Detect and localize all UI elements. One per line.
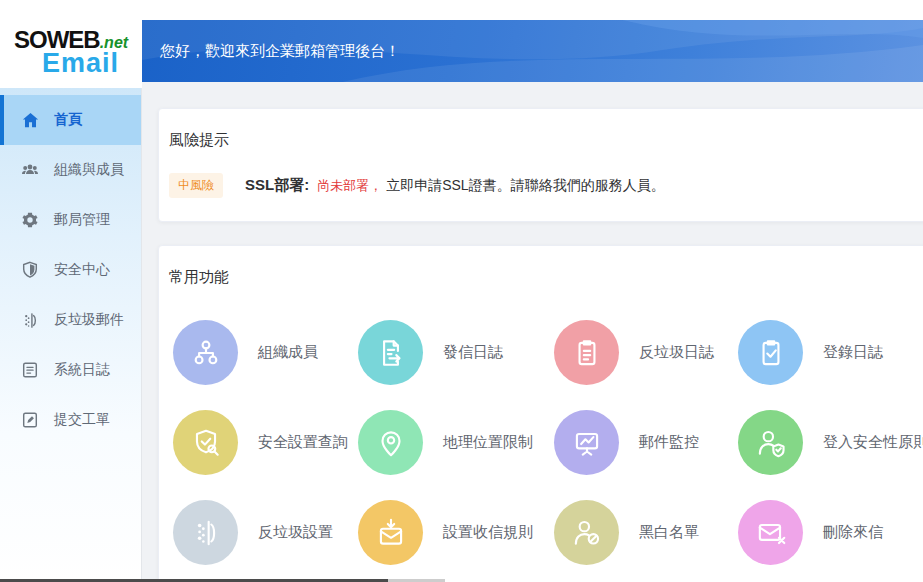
main-content: 風險提示 中風險 SSL部署: 尚未部署， 立即申請SSL證書。請聯絡我們的服務…: [142, 82, 923, 582]
sidebar-item-security-center[interactable]: 安全中心: [0, 245, 141, 295]
header-greeting: 您好，歡迎來到企業郵箱管理後台！: [160, 20, 400, 82]
function-label: 地理位置限制: [443, 433, 533, 452]
sidebar-item-label: 系統日誌: [54, 361, 110, 379]
function-login-log[interactable]: 登錄日誌: [738, 320, 923, 385]
function-label: 設置收信規則: [443, 523, 533, 542]
sidebar-item-antispam[interactable]: 反垃圾郵件: [0, 295, 141, 345]
mail-monitor-icon: [554, 410, 619, 475]
ticket-icon: [20, 410, 40, 430]
sidebar-item-label: 提交工單: [54, 411, 110, 429]
login-policy-icon: [738, 410, 803, 475]
sidebar-nav: 首頁 組織與成員 郵局管理 安全中心 反垃圾郵件 系統日誌 提交工單: [0, 88, 142, 582]
antispam-set-icon: [173, 500, 238, 565]
function-label: 登錄日誌: [823, 343, 883, 362]
risk-card-title: 風險提示: [159, 109, 923, 150]
org-chart-icon: [173, 320, 238, 385]
sidebar-item-label: 組織與成員: [54, 161, 124, 179]
function-label: 反垃圾設置: [258, 523, 333, 542]
risk-description: 立即申請SSL證書。請聯絡我們的服務人員。: [386, 177, 664, 195]
risk-status-text: 尚未部署，: [317, 177, 382, 195]
sidebar-item-org-members[interactable]: 組織與成員: [0, 145, 141, 195]
risk-level-badge: 中風險: [169, 173, 223, 198]
send-log-icon: [358, 320, 423, 385]
function-antispam-settings[interactable]: 反垃圾設置: [173, 500, 358, 565]
receive-rule-icon: [358, 500, 423, 565]
function-mail-monitor[interactable]: 郵件監控: [554, 410, 738, 475]
antispam-icon: [20, 310, 40, 330]
login-log-icon: [738, 320, 803, 385]
users-icon: [20, 160, 40, 180]
function-security-query[interactable]: 安全設置查詢: [173, 410, 358, 475]
function-login-policy[interactable]: 登入安全性原則: [738, 410, 923, 475]
sidebar-item-label: 郵局管理: [54, 211, 110, 229]
function-label: 刪除來信: [823, 523, 883, 542]
logo-product: Email: [42, 48, 119, 79]
function-delete-incoming[interactable]: 刪除來信: [738, 500, 923, 565]
sidebar-item-label: 安全中心: [54, 261, 110, 279]
function-org-members[interactable]: 組織成員: [173, 320, 358, 385]
antispam-log-icon: [554, 320, 619, 385]
risk-item-label: SSL部署:: [245, 176, 309, 195]
sidebar-item-label: 首頁: [54, 111, 82, 129]
geo-limit-icon: [358, 410, 423, 475]
function-send-log[interactable]: 發信日誌: [358, 320, 554, 385]
function-label: 發信日誌: [443, 343, 503, 362]
sidebar-item-submit-ticket[interactable]: 提交工單: [0, 395, 141, 445]
function-label: 登入安全性原則: [823, 433, 923, 452]
home-icon: [20, 110, 40, 130]
security-query-icon: [173, 410, 238, 475]
header-banner: 您好，歡迎來到企業郵箱管理後台！: [142, 20, 923, 82]
delete-mail-icon: [738, 500, 803, 565]
function-label: 反垃圾日誌: [639, 343, 714, 362]
functions-card-title: 常用功能: [159, 246, 923, 287]
function-antispam-log[interactable]: 反垃圾日誌: [554, 320, 738, 385]
function-label: 安全設置查詢: [258, 433, 348, 452]
blacklist-icon: [554, 500, 619, 565]
function-label: 組織成員: [258, 343, 318, 362]
risk-row: 中風險 SSL部署: 尚未部署， 立即申請SSL證書。請聯絡我們的服務人員。: [169, 173, 923, 198]
email-admin-console: SOWEB.net Email 您好，歡迎來到企業郵箱管理後台！ 首頁 組織與成…: [0, 0, 923, 582]
sidebar-item-label: 反垃圾郵件: [54, 311, 124, 329]
shield-icon: [20, 260, 40, 280]
top-strip: [142, 0, 923, 20]
sidebar-item-postoffice-mgmt[interactable]: 郵局管理: [0, 195, 141, 245]
gear-icon: [20, 210, 40, 230]
common-functions-card: 常用功能 組織成員 發信日誌 反垃圾日誌 登錄日誌: [158, 245, 923, 582]
function-label: 黑白名單: [639, 523, 699, 542]
function-geo-limit[interactable]: 地理位置限制: [358, 410, 554, 475]
sidebar-item-home[interactable]: 首頁: [0, 95, 141, 145]
logo: SOWEB.net Email: [0, 0, 142, 88]
function-label: 郵件監控: [639, 433, 699, 452]
function-blacklist-whitelist[interactable]: 黑白名單: [554, 500, 738, 565]
log-icon: [20, 360, 40, 380]
function-receive-rules[interactable]: 設置收信規則: [358, 500, 554, 565]
functions-grid: 組織成員 發信日誌 反垃圾日誌 登錄日誌 安全設置查詢: [159, 320, 923, 565]
risk-alert-card: 風險提示 中風險 SSL部署: 尚未部署， 立即申請SSL證書。請聯絡我們的服務…: [158, 108, 923, 222]
sidebar-item-system-log[interactable]: 系統日誌: [0, 345, 141, 395]
